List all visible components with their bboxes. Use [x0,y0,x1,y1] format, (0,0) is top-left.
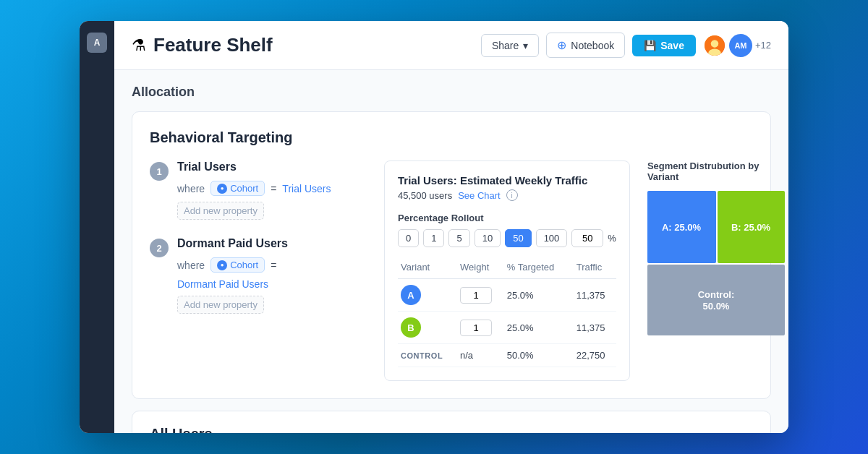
avatar-group: AM +12 [703,34,771,57]
avatar-photo [703,34,726,57]
control-label: CONTROL [401,351,443,360]
control-weight-cell: n/a [457,344,504,367]
all-users-card: All Users [132,411,771,433]
segment-name-2: Dormant Paid Users [177,237,367,250]
th-traffic: Traffic [574,259,616,279]
control-label-cell: CONTROL [398,344,457,367]
weight-b-cell [457,312,504,344]
cohort-badge-1[interactable]: ● Cohort [210,181,265,196]
avatar-count: +12 [755,40,771,51]
pct-symbol: % [608,233,616,244]
sidebar: A [80,21,114,433]
control-traffic-cell: 22,750 [574,344,616,367]
table-row: CONTROL n/a 50.0% 22,750 [398,344,616,367]
avatar-initials: AM [729,34,752,57]
th-variant: Variant [398,259,457,279]
add-property-2[interactable]: Add new property [177,296,264,314]
segment-item-1: 1 Trial Users where ● Cohort = [150,160,367,220]
control-targeted-cell: 50.0% [504,344,574,367]
segment-chart-svg: A: 25.0% B: 25.0% Control: 50.0% [647,191,785,335]
segment-rule-1: where ● Cohort = Trial Users [177,181,367,196]
segment-name-1: Trial Users [177,160,367,174]
chart-segment-control [647,265,785,335]
variant-b-badge: B [401,317,421,338]
all-users-title: All Users [150,426,753,433]
segment-rule-2: where ● Cohort = Dormant Paid Users [177,257,367,290]
save-icon: 💾 [644,40,656,51]
cohort-icon-2: ● [217,260,227,270]
app-window: A ⚗ Feature Shelf Share ▾ ⊕ Notebook 💾 [80,21,788,433]
pct-btn-50[interactable]: 50 [505,229,531,247]
weight-b-input[interactable] [460,320,492,336]
rule-where-1: where [177,183,205,194]
notebook-button[interactable]: ⊕ Notebook [546,33,625,58]
segment-number-1: 1 [150,162,169,181]
traffic-b-cell: 11,375 [574,312,616,344]
th-weight: Weight [457,259,504,279]
variant-a-cell: A [398,279,457,312]
percentage-label: Percentage Rollout [398,213,616,223]
header: ⚗ Feature Shelf Share ▾ ⊕ Notebook 💾 Sav… [114,21,788,70]
card-body: 1 Trial Users where ● Cohort = [150,160,753,381]
rule-equals-2: = [271,260,276,271]
info-icon[interactable]: i [506,189,518,201]
targeted-a-cell: 25.0% [504,279,574,312]
see-chart-link[interactable]: See Chart [458,190,501,201]
segment-content-1: Trial Users where ● Cohort = Trial Users [177,160,367,220]
chart-label: Segment Distrubution by Variant [647,160,788,182]
share-button[interactable]: Share ▾ [481,34,539,57]
save-button[interactable]: 💾 Save [632,35,696,56]
segment-content-2: Dormant Paid Users where ● Cohort = Dorm… [177,237,367,314]
traffic-users-count: 45,500 users [398,190,452,201]
targeted-b-cell: 25.0% [504,312,574,344]
traffic-subtitle: 45,500 users See Chart i [398,189,616,201]
chart-label-control-1: Control: [698,289,735,300]
traffic-title: Trial Users: Estimated Weekly Traffic [398,174,616,187]
main-panel: ⚗ Feature Shelf Share ▾ ⊕ Notebook 💾 Sav… [114,21,788,433]
rule-where-2: where [177,260,205,271]
variant-table-head: Variant Weight % Targeted Traffic [398,259,616,279]
cohort-badge-2[interactable]: ● Cohort [210,257,265,273]
sidebar-logo: A [87,33,107,53]
add-property-1[interactable]: Add new property [177,202,264,220]
header-actions: Share ▾ ⊕ Notebook 💾 Save [481,33,771,58]
cohort-icon-1: ● [217,184,227,194]
chart-label-b: B: 25.0% [731,222,771,233]
variant-table-body: A 25.0% 11,375 [398,279,616,367]
section-title: Allocation [132,85,771,100]
rule-value-2[interactable]: Dormant Paid Users [177,278,268,290]
variant-a-badge: A [401,285,421,305]
card-title: Behavioral Targeting [150,129,753,146]
table-header-row: Variant Weight % Targeted Traffic [398,259,616,279]
chevron-down-icon: ▾ [523,40,528,51]
segment-number-2: 2 [150,239,169,257]
pct-btn-1[interactable]: 1 [423,229,444,247]
chart-section: Segment Distrubution by Variant A: 25.0%… [647,160,788,381]
weight-a-cell [457,279,504,312]
traffic-a-cell: 11,375 [574,279,616,312]
table-row: A 25.0% 11,375 [398,279,616,312]
pct-btn-5[interactable]: 5 [448,229,469,247]
pct-btn-10[interactable]: 10 [475,229,501,247]
pct-btn-0[interactable]: 0 [398,229,419,247]
percentage-options: 0 1 5 10 50 100 % [398,229,616,247]
behavioral-targeting-card: Behavioral Targeting 1 Trial Users where [132,111,771,399]
title-icon: ⚗ [132,36,146,55]
pct-custom-input[interactable] [571,229,603,247]
table-row: B 25.0% 11,375 [398,312,616,344]
variant-table: Variant Weight % Targeted Traffic A [398,259,616,367]
weight-a-input[interactable] [460,287,492,304]
pct-btn-100[interactable]: 100 [536,229,568,247]
header-title: ⚗ Feature Shelf [132,34,481,56]
th-targeted: % Targeted [504,259,574,279]
rule-equals-1: = [271,183,276,194]
percentage-section: Percentage Rollout 0 1 5 10 50 100 % [398,213,616,247]
segment-item-2: 2 Dormant Paid Users where ● Cohort = [150,237,367,314]
traffic-header: Trial Users: Estimated Weekly Traffic 45… [398,174,616,201]
rule-value-1[interactable]: Trial Users [282,183,331,194]
traffic-panel: Trial Users: Estimated Weekly Traffic 45… [384,160,630,381]
avatar-image [705,35,725,56]
chart-label-a: A: 25.0% [662,222,702,233]
svg-point-1 [711,40,719,48]
chart-label-control-2: 50.0% [702,301,729,312]
